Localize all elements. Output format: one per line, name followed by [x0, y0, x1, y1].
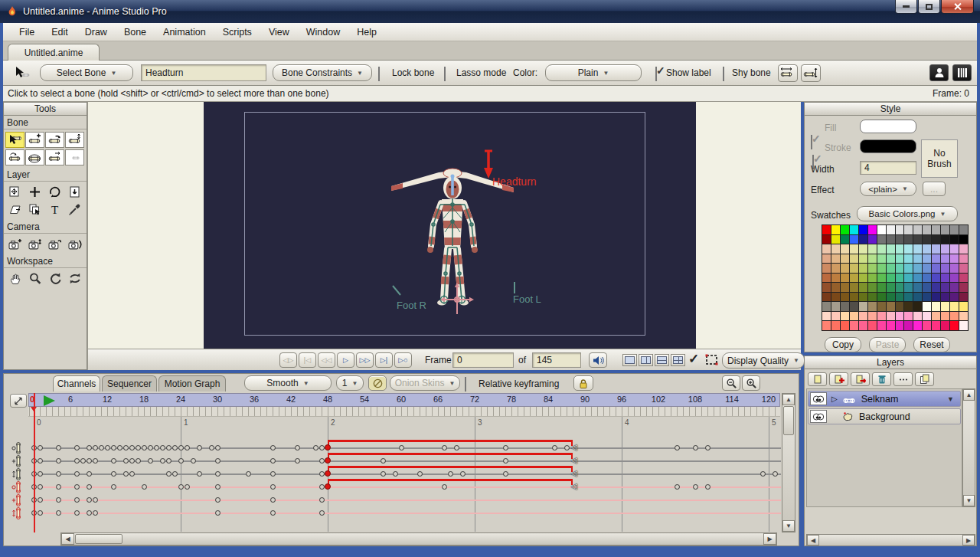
scroll-left-icon[interactable]: ◀ [807, 535, 819, 546]
color-swatch[interactable] [822, 312, 831, 321]
keyframe[interactable] [136, 458, 141, 464]
keyframe[interactable] [142, 484, 147, 490]
color-swatch[interactable] [896, 283, 904, 292]
keyframe[interactable] [675, 484, 680, 490]
color-swatch[interactable] [822, 293, 831, 302]
color-swatch[interactable] [932, 244, 940, 254]
color-swatch[interactable] [850, 302, 858, 311]
keyframe[interactable] [74, 510, 80, 516]
color-swatch[interactable] [896, 235, 904, 244]
color-swatch[interactable] [859, 225, 867, 234]
scale-bone-tool[interactable] [65, 132, 84, 148]
keyframe[interactable] [178, 445, 184, 451]
new-layer-button[interactable] [808, 372, 827, 386]
keyframe[interactable] [56, 471, 61, 477]
range-end-handle[interactable]: ◁ [571, 456, 577, 464]
color-swatch[interactable] [822, 302, 831, 311]
keyframe[interactable] [393, 471, 398, 477]
timeline-zoom-out-button[interactable] [722, 375, 740, 391]
color-swatch[interactable] [841, 254, 849, 264]
color-swatch[interactable] [896, 254, 904, 264]
color-swatch[interactable] [822, 254, 831, 264]
rotate-bone-tool[interactable] [45, 132, 64, 148]
keyframe[interactable] [215, 484, 220, 490]
color-swatch[interactable] [850, 264, 858, 273]
color-swatch[interactable] [923, 254, 931, 264]
color-swatch[interactable] [932, 302, 940, 311]
color-swatch[interactable] [913, 283, 922, 292]
color-swatch[interactable] [841, 274, 849, 283]
keyframe[interactable] [87, 445, 92, 451]
color-swatch[interactable] [887, 283, 895, 292]
bone-constraints-dropdown[interactable]: Bone Constraints▼ [273, 64, 372, 81]
track-camera-tool[interactable] [5, 236, 24, 252]
color-swatch[interactable] [887, 293, 895, 302]
color-swatch[interactable] [959, 254, 968, 264]
color-swatch[interactable] [841, 312, 849, 321]
character-wizard-button[interactable] [929, 64, 949, 81]
color-swatch[interactable] [831, 244, 840, 254]
keyframe[interactable] [56, 445, 61, 451]
color-swatch[interactable] [850, 283, 858, 292]
view-split-vertical-button[interactable] [639, 354, 653, 366]
color-swatch[interactable] [941, 235, 949, 244]
color-swatch[interactable] [896, 321, 904, 330]
scroll-left-icon[interactable]: ◀ [61, 533, 74, 545]
color-swatch[interactable] [932, 254, 940, 264]
keyframe[interactable] [129, 445, 135, 451]
keyframe[interactable] [38, 458, 43, 464]
color-swatch[interactable] [859, 235, 867, 244]
color-swatch[interactable] [932, 312, 940, 321]
copy-color-button[interactable]: Copy [825, 337, 861, 352]
layer-row-selknam[interactable]: ▷ Selknam ▼ [808, 391, 961, 407]
color-swatch[interactable] [868, 302, 877, 311]
color-swatch[interactable] [850, 293, 858, 302]
roll-camera-tool[interactable] [65, 236, 84, 252]
keyframe[interactable] [215, 497, 220, 503]
show-label-checkbox[interactable] [655, 67, 657, 81]
keyframe[interactable] [148, 445, 153, 451]
orbit-workspace-tool[interactable] [65, 270, 84, 287]
layer-visibility-toggle[interactable] [810, 392, 827, 405]
keyframe[interactable] [185, 445, 190, 451]
color-swatch[interactable] [923, 235, 931, 244]
color-swatch[interactable] [904, 302, 913, 311]
tab-motion-graph[interactable]: Motion Graph [158, 375, 226, 392]
keyframe[interactable] [178, 458, 184, 464]
color-swatch[interactable] [896, 225, 904, 234]
keyframe[interactable] [166, 458, 172, 464]
keyframe[interactable] [215, 445, 220, 451]
keyframe[interactable] [693, 445, 698, 451]
layers-horizontal-scrollbar[interactable]: ◀ ▶ [806, 534, 975, 546]
library-button[interactable] [952, 64, 972, 81]
flip-layer-tool[interactable] [65, 184, 84, 200]
track-line[interactable] [34, 513, 781, 514]
keyframe[interactable] [172, 471, 178, 477]
color-swatch[interactable] [913, 302, 922, 311]
color-swatch[interactable] [959, 312, 968, 321]
keyframe[interactable] [38, 510, 43, 516]
keyframe[interactable] [142, 445, 147, 451]
color-swatch[interactable] [941, 264, 949, 273]
color-swatch[interactable] [887, 312, 895, 321]
keyframe[interactable] [270, 510, 276, 516]
scroll-down-icon[interactable]: ▼ [782, 520, 795, 532]
bone-name-input[interactable] [141, 64, 266, 81]
keyframe[interactable] [381, 471, 386, 477]
view-split-horizontal-button[interactable] [655, 354, 669, 366]
color-swatch[interactable] [932, 225, 940, 234]
keyframe[interactable] [129, 471, 135, 477]
minimize-button[interactable] [895, 0, 917, 14]
display-quality-dropdown[interactable]: Display Quality▼ [722, 352, 805, 369]
keyframe[interactable] [564, 445, 570, 451]
color-swatch[interactable] [850, 274, 858, 283]
menu-animation[interactable]: Animation [155, 25, 214, 40]
keyframe[interactable] [270, 458, 276, 464]
color-swatch[interactable] [859, 312, 867, 321]
color-swatch[interactable] [850, 312, 858, 321]
timeline-vertical-scrollbar[interactable]: ▲ ▼ [782, 393, 795, 532]
color-swatch[interactable] [959, 244, 968, 254]
next-keyframe-button[interactable]: ▷| [375, 352, 393, 368]
scroll-up-icon[interactable]: ▲ [782, 394, 795, 405]
color-swatch[interactable] [859, 293, 867, 302]
